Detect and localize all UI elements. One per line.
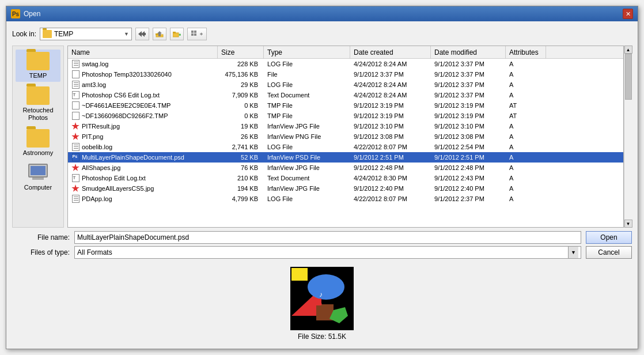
cell-type: IrfanView JPG File (264, 184, 350, 192)
log-icon (72, 81, 79, 89)
svg-text:♪: ♪ (319, 290, 323, 299)
file-type-icon (71, 101, 79, 109)
sidebar: TEMP Retouched Photos Astronomy (12, 46, 64, 228)
sidebar-item-retouched[interactable]: Retouched Photos (16, 84, 60, 124)
file-area-wrapper: Name Size Type Date created Date modifie… (67, 46, 632, 228)
filetype-combo-arrow[interactable]: ▼ (568, 247, 578, 258)
filename-row: File name: Open (12, 231, 632, 244)
close-button[interactable]: ✕ (623, 9, 633, 19)
svg-rect-8 (194, 33, 196, 36)
temp-folder-icon (26, 52, 50, 70)
table-row[interactable]: MultiLayerPlainShapeDocument.psd 52 KB I… (68, 152, 623, 163)
table-row[interactable]: Photoshop Temp320133026040 475,136 KB Fi… (68, 69, 623, 80)
filename-text: PDApp.log (82, 195, 112, 202)
cell-type: LOG File (264, 81, 350, 89)
cell-size: 228 KB (218, 60, 264, 68)
table-row[interactable]: SmudgeAllLayersCS5.jpg 194 KB IrfanView … (68, 183, 623, 194)
cell-modified: 9/1/2012 3:37 PM (431, 60, 506, 68)
filename-input[interactable] (74, 231, 581, 244)
col-header-attr[interactable]: Attributes (506, 46, 546, 58)
cell-name: ~DF13660968DC9266F2.TMP (68, 111, 218, 120)
cell-name: Photoshop CS6 Edit Log.txt (68, 90, 218, 100)
filename-text: AllShapes.jpg (82, 164, 120, 171)
cell-modified: 9/1/2012 3:37 PM (431, 81, 506, 89)
up-button[interactable] (153, 28, 166, 40)
cell-attr: AT (506, 101, 546, 109)
table-row[interactable]: amt3.log 29 KB LOG File 4/24/2012 8:24 A… (68, 80, 623, 90)
table-row[interactable]: Photoshop Edit Log.txt 210 KB Text Docum… (68, 173, 623, 183)
look-in-value: TEMP (54, 30, 122, 38)
cell-name: PITResult.jpg (68, 122, 218, 131)
cell-name: PIT.png (68, 132, 218, 141)
scrollbar[interactable]: ▲ ▼ (624, 46, 632, 228)
table-row[interactable]: swtag.log 228 KB LOG File 4/24/2012 8:24… (68, 59, 623, 69)
scroll-up-button[interactable]: ▲ (624, 46, 632, 54)
create-folder-button[interactable]: + (170, 28, 184, 40)
table-row[interactable]: AllShapes.jpg 76 KB IrfanView JPG File 9… (68, 163, 623, 173)
title-bar-left: Ps Open (11, 9, 40, 18)
sidebar-item-label: Computer (24, 184, 52, 191)
table-row[interactable]: oobelib.log 2,741 KB LOG File 4/22/2012 … (68, 142, 623, 152)
cell-created: 9/1/2012 2:40 PM (350, 184, 431, 192)
look-in-combo[interactable]: TEMP ▼ (40, 28, 132, 40)
table-row[interactable]: ~DF13660968DC9266F2.TMP 0 KB TMP File 9/… (68, 111, 623, 121)
table-row[interactable]: ~DF4661AEE9E2C9E0E4.TMP 0 KB TMP File 9/… (68, 100, 623, 111)
cell-created: 9/1/2012 2:51 PM (350, 153, 431, 161)
filetype-combo[interactable]: All Formats ▼ (74, 246, 581, 259)
computer-icon (27, 164, 49, 182)
filename-label: File name: (12, 233, 70, 241)
cell-modified: 9/1/2012 3:08 PM (431, 133, 506, 141)
col-header-size[interactable]: Size (218, 46, 264, 58)
filename-text: oobelib.log (82, 143, 112, 150)
scrollbar-track[interactable] (624, 54, 632, 220)
cell-attr: A (506, 195, 546, 203)
look-in-label: Look in: (12, 30, 36, 38)
cell-type: Text Document (264, 91, 350, 99)
filename-text: Photoshop Edit Log.txt (82, 175, 146, 182)
svg-point-14 (308, 274, 344, 300)
svg-rect-3 (173, 32, 176, 33)
col-header-created[interactable]: Date created (350, 46, 431, 58)
left-panel: Name Size Type Date created Date modifie… (67, 46, 632, 228)
cell-type: LOG File (264, 143, 350, 151)
log-icon (72, 143, 79, 151)
table-row[interactable]: Photoshop CS6 Edit Log.txt 7,909 KB Text… (68, 90, 623, 100)
view-button[interactable] (187, 28, 207, 40)
svg-rect-6 (194, 31, 196, 33)
table-row[interactable]: PDApp.log 4,799 KB LOG File 4/22/2012 8:… (68, 194, 623, 204)
col-header-modified[interactable]: Date modified (431, 46, 506, 58)
file-type-icon (71, 133, 79, 141)
sidebar-item-astronomy[interactable]: Astronomy (16, 127, 60, 159)
col-header-name[interactable]: Name (68, 46, 218, 58)
scroll-down-button[interactable]: ▼ (624, 220, 632, 228)
open-button[interactable]: Open (586, 231, 632, 244)
dialog-title: Open (24, 10, 40, 18)
file-type-icon (71, 70, 79, 78)
sidebar-item-computer[interactable]: Computer (16, 161, 60, 194)
back-button[interactable] (135, 28, 149, 40)
sidebar-item-temp[interactable]: TEMP (16, 50, 60, 82)
col-header-type[interactable]: Type (264, 46, 350, 58)
filename-text: amt3.log (82, 81, 106, 88)
file-icon (72, 70, 79, 78)
cell-attr: A (506, 143, 546, 151)
cell-name: ~DF4661AEE9E2C9E0E4.TMP (68, 101, 218, 110)
cell-size: 19 KB (218, 122, 264, 130)
main-content: TEMP Retouched Photos Astronomy (12, 46, 632, 228)
svg-rect-2 (173, 33, 179, 37)
irfanview-icon (71, 133, 79, 141)
cell-size: 26 KB (218, 133, 264, 141)
cell-size: 4,799 KB (218, 195, 264, 203)
filetype-row: Files of type: All Formats ▼ Cancel (12, 246, 632, 259)
cell-created: 4/24/2012 8:30 PM (350, 174, 431, 182)
scrollbar-thumb[interactable] (625, 54, 632, 100)
combo-down-arrow: ▼ (124, 31, 129, 37)
filename-text: PIT.png (82, 133, 103, 140)
cancel-button[interactable]: Cancel (586, 246, 632, 259)
irfanview-icon (71, 122, 79, 130)
table-row[interactable]: PITResult.jpg 19 KB IrfanView JPG File 9… (68, 121, 623, 131)
cell-name: oobelib.log (68, 142, 218, 152)
table-row[interactable]: PIT.png 26 KB IrfanView PNG File 9/1/201… (68, 131, 623, 142)
open-dialog: Ps Open ✕ Look in: TEMP ▼ + (6, 6, 638, 349)
cell-name: AllShapes.jpg (68, 163, 218, 172)
